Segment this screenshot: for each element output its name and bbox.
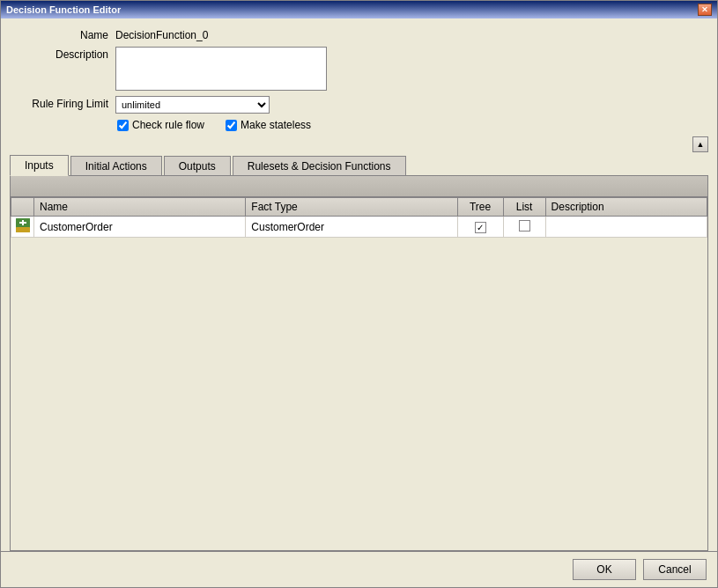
- form-section: Name DecisionFunction_0 Description Rule…: [10, 27, 708, 131]
- scroll-arrow-section: ▲: [10, 136, 708, 152]
- scroll-up-button[interactable]: ▲: [692, 136, 708, 152]
- checkboxes-row: Check rule flow Make stateless: [117, 119, 708, 131]
- check-rule-flow-checkbox[interactable]: [117, 120, 129, 131]
- row-description-cell: [545, 217, 707, 238]
- table-header-row: Name Fact Type Tree List Description: [11, 198, 707, 217]
- cancel-button[interactable]: Cancel: [643, 559, 707, 580]
- name-row: Name DecisionFunction_0: [10, 27, 708, 41]
- name-value: DecisionFunction_0: [115, 27, 208, 41]
- title-bar: Decision Function Editor ✕: [1, 1, 717, 18]
- footer: OK Cancel: [1, 551, 717, 587]
- col-description-header: Description: [545, 198, 707, 217]
- description-input[interactable]: [115, 47, 327, 91]
- rule-firing-limit-label: Rule Firing Limit: [10, 96, 115, 110]
- make-stateless-checkbox[interactable]: [226, 120, 237, 131]
- rule-firing-limit-select[interactable]: unlimited 1 2 5 10: [115, 96, 270, 114]
- row-fact-type-cell: CustomerOrder: [246, 217, 457, 238]
- make-stateless-group: Make stateless: [226, 119, 311, 131]
- ok-button[interactable]: OK: [573, 559, 636, 580]
- table-toolbar: [11, 176, 707, 197]
- row-name-cell: CustomerOrder: [34, 217, 246, 238]
- tab-panel-inputs: Name Fact Type Tree List Description: [10, 175, 708, 551]
- row-icon-cell: [11, 217, 34, 238]
- tab-outputs[interactable]: Outputs: [164, 156, 231, 176]
- window-title: Decision Function Editor: [6, 4, 121, 15]
- check-rule-flow-group: Check rule flow: [117, 119, 204, 131]
- list-checkbox[interactable]: [519, 220, 530, 232]
- rule-firing-limit-row: Rule Firing Limit unlimited 1 2 5 10: [10, 96, 708, 114]
- tab-rulesets-decision-functions[interactable]: Rulesets & Decision Functions: [233, 156, 406, 176]
- add-row-icon: [16, 218, 30, 232]
- close-button[interactable]: ✕: [698, 4, 712, 16]
- col-icon-header: [11, 198, 34, 217]
- description-row: Description: [10, 47, 708, 91]
- decision-function-editor-window: Decision Function Editor ✕ Name Decision…: [0, 0, 718, 588]
- table-wrapper[interactable]: Name Fact Type Tree List Description: [11, 197, 707, 550]
- content-area: Name DecisionFunction_0 Description Rule…: [1, 18, 717, 551]
- tab-inputs[interactable]: Inputs: [10, 155, 69, 176]
- check-rule-flow-label: Check rule flow: [132, 119, 204, 131]
- tabs-section: Inputs Initial Actions Outputs Rulesets …: [10, 154, 708, 175]
- tab-initial-actions[interactable]: Initial Actions: [70, 156, 162, 176]
- make-stateless-label: Make stateless: [241, 119, 311, 131]
- row-list-cell[interactable]: [503, 217, 545, 238]
- col-list-header: List: [503, 198, 545, 217]
- tree-checkbox[interactable]: ✓: [475, 222, 486, 233]
- col-fact-type-header: Fact Type: [246, 198, 457, 217]
- row-tree-cell[interactable]: ✓: [457, 217, 503, 238]
- inputs-table: Name Fact Type Tree List Description: [11, 197, 707, 238]
- table-row: CustomerOrder CustomerOrder ✓: [11, 217, 707, 238]
- svg-rect-6: [19, 222, 26, 224]
- description-label: Description: [10, 47, 115, 61]
- rule-firing-limit-select-row: unlimited 1 2 5 10: [115, 96, 270, 114]
- col-name-header: Name: [34, 198, 246, 217]
- col-tree-header: Tree: [457, 198, 503, 217]
- svg-rect-3: [16, 227, 30, 232]
- name-label: Name: [10, 27, 115, 41]
